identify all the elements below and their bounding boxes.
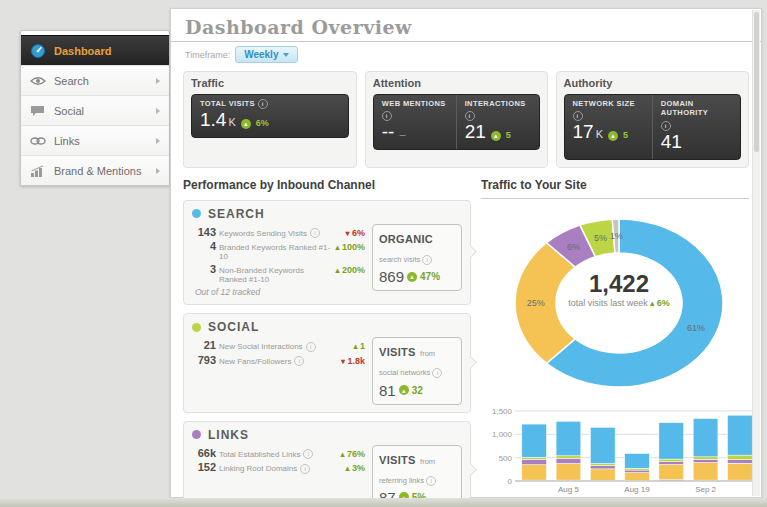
chain-links-icon: [30, 136, 54, 146]
row-delta: ▴ 1: [349, 341, 365, 351]
metric-value: 1.4: [200, 110, 226, 131]
row-delta: ▾ 6%: [341, 228, 365, 238]
metric-row: 4 Branded Keywords Ranked #1-10 ▴ 100%: [192, 240, 365, 261]
sidebar-item-links[interactable]: Links: [21, 125, 169, 155]
sidebar-item-dashboard[interactable]: Dashboard: [21, 35, 169, 65]
metric-group-label: Attention: [373, 77, 540, 89]
svg-text:1%: 1%: [610, 230, 623, 240]
delta-badge: ▴: [241, 119, 251, 129]
row-value: 143: [192, 226, 216, 238]
channel-card-social: SOCIAL 21 New Social Interactionsi ▴ 1 7…: [183, 313, 471, 412]
visits-title: VISITS: [379, 346, 416, 358]
svg-text:1,500: 1,500: [492, 407, 513, 416]
visits-value: 869: [379, 268, 404, 285]
row-label: Keywords Sending Visits: [219, 229, 307, 238]
delta-badge: ▴: [399, 385, 409, 395]
page-title: Dashboard Overview: [185, 16, 412, 38]
svg-text:1,000: 1,000: [492, 430, 513, 439]
caret-down-icon: [283, 53, 289, 57]
svg-text:5%: 5%: [594, 232, 607, 242]
metric-cell-total-visits: TOTAL VISITSi 1.4 K ▴ 6%: [192, 95, 348, 137]
sidebar-item-label: Brand & Mentions: [54, 165, 156, 177]
row-value: 3: [192, 263, 216, 275]
chevron-right-icon: [156, 108, 160, 114]
info-icon[interactable]: i: [310, 228, 320, 238]
visits-box-social: VISITS from social networks i 81 ▴ 32: [372, 337, 462, 404]
total-visits-label: total visits last week: [568, 298, 648, 308]
info-icon[interactable]: i: [258, 99, 268, 109]
row-label: Non-Branded Keywords Ranked #1-10: [219, 266, 331, 284]
total-visits-value: 1,422: [534, 271, 704, 297]
delta-badge: ▴: [491, 131, 501, 141]
metrics-row: Traffic TOTAL VISITSi 1.4 K ▴ 6% Attenti…: [183, 71, 749, 168]
row-delta: ▴ 76%: [336, 449, 365, 459]
info-icon[interactable]: i: [573, 111, 583, 121]
metric-unit: K: [228, 116, 235, 128]
row-delta: ▴ 200%: [331, 265, 365, 275]
metric-label: NETWORK SIZE: [573, 99, 635, 108]
row-delta: ▴ 100%: [331, 242, 365, 252]
info-icon[interactable]: i: [303, 449, 313, 459]
timeframe-label: Timeframe:: [185, 50, 230, 60]
info-icon[interactable]: i: [294, 356, 304, 366]
row-delta: ▴ 3%: [341, 463, 365, 473]
metric-group-traffic: Traffic TOTAL VISITSi 1.4 K ▴ 6%: [183, 71, 357, 168]
sidebar-item-social[interactable]: Social: [21, 95, 169, 125]
dashboard-icon: [30, 43, 54, 59]
metric-group-label: Traffic: [191, 77, 349, 89]
traffic-heading: Traffic to Your Site: [481, 178, 749, 199]
chevron-right-icon: [156, 168, 160, 174]
visits-value: 81: [379, 382, 396, 399]
delta-value: –: [399, 128, 405, 140]
sidebar-item-label: Dashboard: [54, 45, 160, 57]
metric-cell-interactions: INTERACTIONSi 21 ▴ 5: [456, 95, 539, 149]
metric-box: TOTAL VISITSi 1.4 K ▴ 6%: [191, 94, 349, 138]
page-bottom-edge: [0, 498, 767, 507]
timeframe-value: Weekly: [244, 49, 278, 60]
scrollbar[interactable]: [752, 10, 760, 496]
total-visits-delta: ▴ 6%: [650, 298, 670, 308]
metric-value: --: [382, 122, 395, 143]
info-icon[interactable]: i: [300, 464, 310, 474]
bar-chart: 05001,0001,500Aug 5Aug 19Sep 2: [481, 403, 749, 505]
info-icon[interactable]: i: [661, 121, 671, 131]
metric-label: WEB MENTIONS: [382, 99, 446, 108]
timeframe-dropdown[interactable]: Weekly: [235, 46, 298, 63]
card-footnote: Out of 12 tracked: [195, 287, 365, 297]
info-icon[interactable]: i: [426, 476, 436, 486]
sidebar: Dashboard Search Social Links: [20, 30, 170, 186]
metric-row: 21 New Social Interactionsi ▴ 1: [192, 339, 365, 352]
scrollbar-thumb[interactable]: [754, 12, 759, 152]
metric-label: INTERACTIONS: [465, 99, 526, 108]
svg-text:Aug 19: Aug 19: [624, 485, 650, 494]
visits-title: ORGANIC: [379, 233, 433, 245]
channel-title: SOCIAL: [208, 320, 259, 334]
donut-center: 1,422 total visits last week ▴ 6%: [534, 271, 704, 308]
info-icon[interactable]: i: [432, 368, 442, 378]
channels-heading: Performance by Inbound Channel: [183, 178, 471, 192]
info-icon[interactable]: i: [382, 111, 392, 121]
main-panel: Dashboard Overview Timeframe: Weekly Tra…: [170, 8, 762, 498]
metric-label: DOMAIN AUTHORITY: [661, 99, 732, 118]
svg-text:0: 0: [508, 477, 513, 486]
row-label: New Fans/Followers: [219, 357, 291, 366]
sidebar-item-search[interactable]: Search: [21, 65, 169, 95]
chevron-right-icon: [156, 138, 160, 144]
info-icon[interactable]: i: [306, 342, 316, 352]
channel-title: LINKS: [208, 428, 249, 442]
metric-box: NETWORK SIZEi 17 K ▴ 5 DOMAIN AUTHORITYi…: [564, 94, 742, 160]
metric-box: WEB MENTIONSi -- – INTERACTIONSi 21 ▴ 5: [373, 94, 540, 150]
metric-group-label: Authority: [564, 77, 742, 89]
visits-delta: 47%: [420, 271, 440, 282]
info-icon[interactable]: i: [422, 255, 432, 265]
sidebar-item-label: Social: [54, 105, 156, 117]
metric-group-authority: Authority NETWORK SIZEi 17 K ▴ 5 DOMAIN …: [556, 71, 750, 168]
sidebar-item-brand-mentions[interactable]: Brand & Mentions: [21, 155, 169, 185]
svg-text:Aug 5: Aug 5: [558, 485, 579, 494]
channel-title: SEARCH: [208, 207, 265, 221]
visits-title: VISITS: [379, 454, 416, 466]
chevron-right-icon: [156, 78, 160, 84]
info-icon[interactable]: i: [465, 111, 475, 121]
svg-text:6%: 6%: [567, 241, 580, 251]
speech-bubble-icon: [30, 105, 54, 117]
